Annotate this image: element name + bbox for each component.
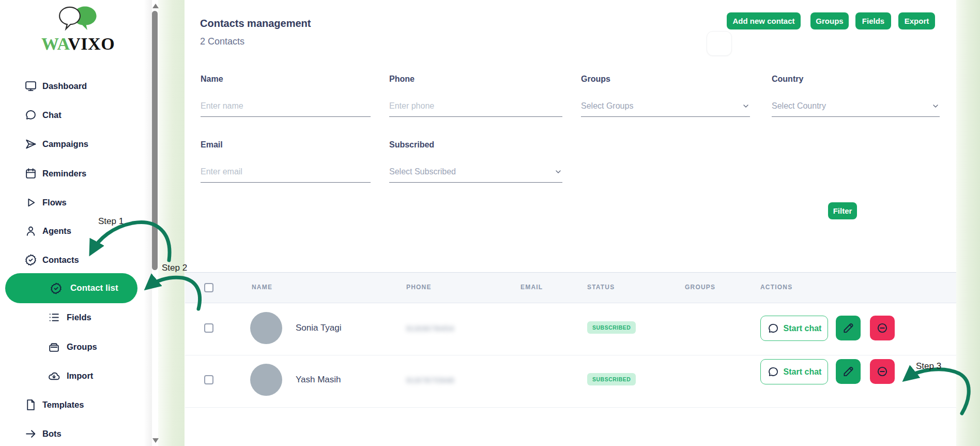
start-chat-label: Start chat — [784, 324, 822, 333]
column-header-email: EMAIL — [520, 284, 543, 291]
groups-select-value: Select Groups — [581, 101, 633, 111]
logo-wa: WA — [41, 34, 68, 53]
column-header-phone: PHONE — [406, 284, 432, 291]
background-strip-right — [956, 0, 980, 446]
sidebar: WAVIXO Dashboard Chat Campaigns Reminder… — [0, 0, 158, 446]
status-badge: SUBSCRIBED — [587, 373, 636, 385]
pencil-icon — [841, 365, 855, 378]
subscribed-label: Subscribed — [389, 140, 434, 150]
filter-field-subscribed: Subscribed Select Subscribed — [389, 140, 562, 183]
sidebar-item-label: Contacts — [42, 255, 79, 265]
avatar — [250, 312, 282, 344]
chevron-down-icon — [931, 102, 940, 110]
pencil-icon — [841, 321, 855, 335]
document-icon — [24, 398, 37, 411]
play-icon — [24, 196, 37, 209]
column-header-status: STATUS — [587, 284, 615, 291]
edit-contact-button[interactable] — [836, 359, 861, 384]
name-input[interactable] — [201, 95, 371, 117]
subscribed-select[interactable]: Select Subscribed — [389, 161, 562, 183]
minus-circle-icon — [876, 321, 889, 335]
country-select-value: Select Country — [772, 101, 826, 111]
sidebar-item-label: Groups — [67, 342, 97, 352]
sidebar-item-label: Templates — [42, 400, 84, 410]
logo-vixo: VIXO — [68, 34, 115, 53]
phone-label: Phone — [389, 75, 415, 84]
arrow-right-icon — [24, 427, 37, 440]
chevron-down-icon — [554, 168, 562, 176]
subscribed-select-value: Select Subscribed — [389, 167, 456, 176]
page-title: Contacts management — [200, 18, 311, 29]
email-label: Email — [201, 140, 223, 150]
groups-label: Groups — [581, 75, 610, 84]
table-header: NAME PHONE EMAIL STATUS GROUPS ACTIONS — [185, 272, 956, 303]
filter-field-email: Email — [201, 140, 371, 183]
sidebar-item-label: Import — [67, 371, 93, 381]
archive-box-icon — [47, 340, 60, 353]
filter-field-groups: Groups Select Groups — [581, 75, 750, 117]
delete-contact-button[interactable] — [870, 359, 895, 384]
column-header-groups: GROUPS — [685, 284, 715, 291]
sidebar-item-label: Agents — [42, 226, 71, 236]
chat-bubble-icon — [767, 366, 779, 378]
row-checkbox[interactable] — [204, 375, 213, 384]
sidebar-item-label: Contact list — [70, 283, 118, 293]
background-strip-left — [158, 0, 185, 446]
name-label: Name — [201, 75, 223, 84]
brand-logo: WAVIXO — [32, 4, 124, 53]
avatar — [250, 364, 282, 396]
page: WAVIXO Dashboard Chat Campaigns Reminder… — [0, 0, 980, 446]
list-icon — [47, 310, 60, 324]
sidebar-item-label: Flows — [42, 198, 67, 207]
scrollbar-thumb[interactable] — [152, 11, 158, 270]
delete-contact-button[interactable] — [870, 316, 895, 340]
contact-name: Yash Masih — [296, 375, 341, 385]
contact-phone-redacted: 9187870948 — [406, 376, 454, 384]
contacts-count: 2 Contacts — [200, 36, 244, 47]
start-chat-button[interactable]: Start chat — [760, 316, 828, 341]
country-select[interactable]: Select Country — [772, 95, 940, 117]
start-chat-label: Start chat — [784, 367, 822, 377]
email-input[interactable] — [201, 161, 371, 183]
filter-button[interactable]: Filter — [828, 202, 857, 219]
chat-bubble-icon — [24, 108, 37, 122]
column-header-name: NAME — [252, 284, 272, 291]
edit-contact-button[interactable] — [836, 316, 861, 340]
scrollbar-down-arrow-icon[interactable] — [152, 438, 159, 443]
sidebar-item-label: Fields — [67, 313, 91, 322]
sidebar-item-label: Dashboard — [42, 81, 87, 91]
filter-field-country: Country Select Country — [772, 75, 940, 117]
filter-field-name: Name — [201, 75, 371, 117]
step-2-label: Step 2 — [162, 263, 187, 273]
scrollbar-up-arrow-icon[interactable] — [152, 4, 159, 8]
logo-wordmark: WAVIXO — [32, 35, 124, 53]
country-label: Country — [772, 75, 803, 84]
sidebar-item-label: Campaigns — [42, 139, 88, 149]
sidebar-scrollbar[interactable] — [151, 0, 158, 446]
column-header-actions: ACTIONS — [760, 284, 792, 291]
start-chat-button[interactable]: Start chat — [760, 359, 828, 384]
send-icon — [24, 137, 37, 151]
sidebar-item-contact-list-active[interactable]: Contact list — [5, 273, 137, 303]
filter-field-phone: Phone — [389, 75, 562, 117]
step-1-label: Step 1 — [98, 216, 124, 227]
groups-select[interactable]: Select Groups — [581, 95, 750, 117]
fields-button[interactable]: Fields — [855, 12, 891, 29]
contact-phone-redacted: 9183678454 — [406, 324, 454, 333]
badge-check-icon — [49, 281, 63, 295]
monitor-icon — [24, 79, 37, 93]
step-3-label: Step 3 — [916, 361, 941, 371]
logo-chat-bubbles-icon — [55, 4, 101, 33]
status-badge: SUBSCRIBED — [587, 321, 636, 334]
groups-button[interactable]: Groups — [810, 12, 849, 29]
contact-name: Sonia Tyagi — [296, 323, 342, 333]
minus-circle-icon — [876, 365, 889, 378]
sidebar-item-label: Reminders — [42, 169, 86, 179]
export-button[interactable]: Export — [898, 12, 935, 29]
user-icon — [24, 224, 37, 237]
calendar-icon — [24, 167, 37, 180]
add-new-contact-button[interactable]: Add new contact — [727, 12, 801, 29]
select-all-checkbox[interactable] — [204, 283, 213, 292]
row-checkbox[interactable] — [204, 323, 213, 333]
phone-input[interactable] — [389, 95, 562, 117]
